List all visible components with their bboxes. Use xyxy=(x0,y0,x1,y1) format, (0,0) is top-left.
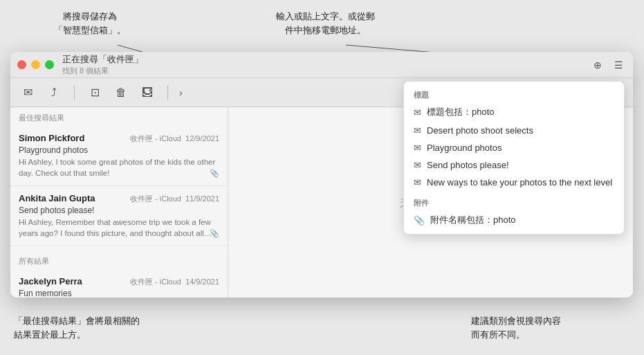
mail-meta-1: 收件匣 - iCloud 12/9/2021 xyxy=(130,134,219,144)
add-smartbox-button[interactable]: ⊕ xyxy=(590,57,605,73)
mail-item-header-1: Simon Pickford 收件匣 - iCloud 12/9/2021 xyxy=(19,133,219,144)
minimize-button[interactable] xyxy=(31,60,40,69)
mail-subject-3: Fun memories xyxy=(19,289,219,298)
suggestion-text-attachment: 附件名稱包括：photo xyxy=(430,214,614,226)
suggestion-text-3: Playground photos xyxy=(427,143,614,153)
mail-window: 正在搜尋「收件匣」 找到 8 個結果 ⊕ ☰ ✉ ⤴ ⊡ 🗑 ⛾ › 🔍 ✕ 標… xyxy=(10,52,633,298)
suggestion-desert[interactable]: ✉ Desert photo shoot selects xyxy=(404,122,624,139)
annotation-top-right: 輸入或貼上文字。或從郵 件中拖移電郵地址。 xyxy=(256,10,394,37)
archive-button[interactable]: ⊡ xyxy=(86,84,104,102)
mail-icon-4: ✉ xyxy=(414,160,421,170)
annotation-top-left: 將搜尋儲存為 「智慧型信箱」。 xyxy=(35,10,145,37)
suggestion-playground[interactable]: ✉ Playground photos xyxy=(404,139,624,156)
dropdown-attachment-header: 附件 xyxy=(404,194,624,210)
mail-meta-3: 收件匣 - iCloud 14/9/2021 xyxy=(130,277,219,287)
attachment-icon-dropdown: 📎 xyxy=(414,215,425,226)
mail-item-simon[interactable]: Simon Pickford 收件匣 - iCloud 12/9/2021 Pl… xyxy=(10,126,228,186)
attachment-indicator-1: 📎 xyxy=(210,168,219,179)
flag-button[interactable]: ⛾ xyxy=(138,84,156,102)
filter-button[interactable]: ☰ xyxy=(611,57,626,73)
toolbar-divider-1 xyxy=(74,85,75,100)
mail-item-header-2: Ankita Jain Gupta 收件匣 - iCloud 11/9/2021 xyxy=(19,193,219,204)
title-bar: 正在搜尋「收件匣」 找到 8 個結果 ⊕ ☰ xyxy=(10,52,633,78)
maximize-button[interactable] xyxy=(45,60,54,69)
mail-icon-1: ✉ xyxy=(414,107,421,118)
close-button[interactable] xyxy=(17,60,26,69)
new-message-button[interactable]: ✉ xyxy=(19,84,37,102)
attachment-indicator-2: 📎 xyxy=(210,228,219,239)
suggestion-text-5: New ways to take your photos to the next… xyxy=(427,177,614,188)
suggestion-send-photos[interactable]: ✉ Send photos please! xyxy=(404,156,624,174)
suggestion-text-2: Desert photo shoot selects xyxy=(427,125,614,136)
mail-subject-2: Send photos please! xyxy=(19,206,219,215)
mail-item-header-3: Jackelyn Perra 收件匣 - iCloud 14/9/2021 xyxy=(19,276,219,287)
suggestion-text-4: Send photos please! xyxy=(427,160,614,170)
reply-button[interactable]: ⤴ xyxy=(45,84,63,102)
title-icons: ⊕ ☰ xyxy=(590,57,626,73)
sender-name-3: Jackelyn Perra xyxy=(19,276,82,286)
mail-item-ankita[interactable]: Ankita Jain Gupta 收件匣 - iCloud 11/9/2021… xyxy=(10,186,228,246)
mail-icon-5: ✉ xyxy=(414,177,421,188)
trash-button[interactable]: 🗑 xyxy=(112,84,130,102)
all-results-header: 所有結果 xyxy=(10,251,228,269)
mail-meta-2: 收件匣 - iCloud 11/9/2021 xyxy=(130,194,219,204)
suggestion-text-1: 標題包括：photo xyxy=(427,106,614,118)
mail-list[interactable]: 最佳搜尋結果 Simon Pickford 收件匣 - iCloud 12/9/… xyxy=(10,107,228,298)
suggestion-attachment[interactable]: 📎 附件名稱包括：photo xyxy=(404,210,624,230)
sender-name-2: Ankita Jain Gupta xyxy=(19,193,95,203)
sender-name-1: Simon Pickford xyxy=(19,133,84,143)
expand-icon: › xyxy=(179,87,183,98)
annotation-bottom-left: 「最佳搜尋結果」會將最相關的 結果置於最上方。 xyxy=(14,314,166,341)
mail-preview-1: Hi Ashley, I took some great photos of t… xyxy=(19,156,219,179)
mail-icon-3: ✉ xyxy=(414,143,421,153)
window-controls xyxy=(17,60,54,69)
mail-subject-1: Playground photos xyxy=(19,145,219,155)
best-results-header: 最佳搜尋結果 xyxy=(10,107,228,126)
dropdown-subject-header: 標題 xyxy=(404,86,624,102)
mail-preview-2: Hi Ashley, Remember that awesome trip we… xyxy=(19,217,219,239)
suggestion-subject-contains[interactable]: ✉ 標題包括：photo xyxy=(404,102,624,122)
mail-icon-2: ✉ xyxy=(414,125,421,136)
mail-item-jackelyn[interactable]: Jackelyn Perra 收件匣 - iCloud 14/9/2021 Fu… xyxy=(10,269,228,298)
suggestion-new-ways[interactable]: ✉ New ways to take your photos to the ne… xyxy=(404,174,624,191)
search-dropdown: 標題 ✉ 標題包括：photo ✉ Desert photo shoot sel… xyxy=(403,81,625,235)
annotation-bottom-right: 建議類別會視搜尋內容 而有所不同。 xyxy=(471,314,623,341)
window-title: 正在搜尋「收件匣」 找到 8 個結果 xyxy=(62,53,590,76)
toolbar-divider-2 xyxy=(167,85,168,100)
